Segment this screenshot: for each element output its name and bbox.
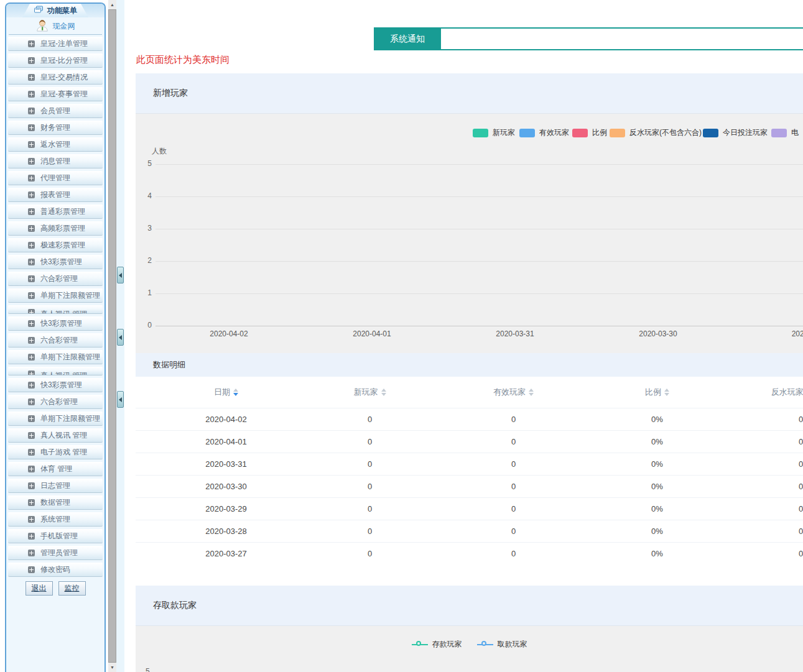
scroll-up-icon[interactable]: ▲ [108,0,116,9]
column-header[interactable]: 有效玩家 [442,387,585,398]
sidebar-item[interactable]: 真人视讯 管理 [8,367,103,375]
x-tick-label: 2020-03-31 [496,329,534,338]
sidebar-item-label: 数据管理 [40,497,70,508]
table-cell: 0% [585,549,729,558]
legend-item[interactable]: 新玩家 [473,127,515,138]
legend-item[interactable]: 今日投注玩家 [703,127,768,138]
deposit-panel-title: 存取款玩家 [136,586,803,626]
table-row: 2020-03-31000%0 [136,453,803,475]
sidebar-item[interactable]: 真人视讯 管理 [8,305,103,314]
table-cell: 0 [442,527,585,536]
sidebar-item[interactable]: 快3彩票管理 [8,255,103,269]
sidebar-item[interactable]: 数据管理 [8,495,103,510]
table-cell: 0% [585,459,729,469]
sidebar-item[interactable]: 快3彩票管理 [8,316,103,331]
expand-plus-icon [28,108,35,114]
sidebar-item-label: 代理管理 [40,173,70,183]
sidebar-item[interactable]: 代理管理 [8,171,103,185]
legend-swatch [473,129,488,137]
y-tick-label: 0 [136,321,152,329]
x-tick-label: 2020-04-02 [210,329,248,338]
sidebar-item[interactable]: 普通彩票管理 [8,205,103,219]
sidebar-item[interactable]: 皇冠-注单管理 [8,37,103,51]
column-header[interactable]: 反水玩家(不包 [729,387,803,398]
sidebar-item[interactable]: 高频彩票管理 [8,221,103,236]
scroll-down-icon[interactable]: ▼ [108,663,116,672]
sidebar-item-label: 修改密码 [40,564,70,575]
sidebar-item[interactable]: 单期下注限额管理 [8,350,103,364]
column-header-label: 比例 [645,387,661,398]
sidebar-item[interactable]: 会员管理 [8,104,103,118]
collapse-sidebar-button[interactable] [117,391,124,408]
sort-icon[interactable] [381,389,386,396]
column-header[interactable]: 日期 [154,387,298,398]
sidebar-item-label: 返水管理 [40,139,70,150]
sidebar-item[interactable]: 报表管理 [8,188,103,202]
sidebar-user-label: 现金网 [53,21,75,32]
sidebar-item[interactable]: 皇冠-比分管理 [8,53,103,68]
sidebar-item[interactable]: 管理员管理 [8,546,103,560]
table-cell: 0 [298,504,442,513]
expand-plus-icon [28,259,35,265]
sidebar-item[interactable]: 财务管理 [8,121,103,135]
sidebar-item-label: 普通彩票管理 [40,206,85,217]
new-players-chart: 新玩家有效玩家比例反水玩家(不包含六合)今日投注玩家电 人数 543210 20… [136,114,803,353]
sidebar-item[interactable]: 六合彩管理 [8,395,103,409]
table-cell: 2020-03-29 [154,504,298,513]
sidebar-item[interactable]: 修改密码 [8,563,103,577]
scrollbar-thumb[interactable] [108,9,116,663]
sidebar-item[interactable]: 快3彩票管理 [8,378,103,392]
sidebar-item[interactable]: 真人视讯 管理 [8,428,103,443]
sidebar-item[interactable]: 皇冠-交易情况 [8,70,103,85]
sidebar-user[interactable]: 现金网 [9,19,102,35]
sidebar-item[interactable]: 极速彩票管理 [8,238,103,252]
sidebar-item[interactable]: 六合彩管理 [8,272,103,286]
legend-label: 比例 [592,127,607,138]
sidebar-item[interactable]: 手机版管理 [8,529,103,543]
expand-plus-icon [28,516,35,523]
collapse-sidebar-button[interactable] [117,329,124,346]
gridline [155,261,803,262]
sidebar-item-label: 系统管理 [40,514,70,525]
sidebar-item[interactable]: 消息管理 [8,154,103,168]
table-cell: 0 [442,504,585,513]
legend-label: 电 [791,127,799,138]
sort-icon[interactable] [233,389,238,396]
sidebar-item[interactable]: 单期下注限额管理 [8,288,103,303]
logout-button[interactable]: 退出 [26,581,53,596]
sort-icon[interactable] [529,389,534,396]
collapse-sidebar-button[interactable] [117,267,124,283]
sidebar-item[interactable]: 皇冠-赛事管理 [8,87,103,101]
monitor-button[interactable]: 监控 [58,581,86,596]
legend-swatch [610,129,625,137]
sidebar-item[interactable]: 系统管理 [8,512,103,527]
sidebar-item[interactable]: 体育 管理 [8,462,103,476]
table-cell: 2020-03-27 [154,549,298,558]
legend-item[interactable]: 比例 [572,127,607,138]
expand-plus-icon [28,354,35,361]
detail-table-title: 数据明细 [136,353,803,377]
sidebar-item[interactable]: 六合彩管理 [8,333,103,348]
column-header[interactable]: 新玩家 [298,387,442,398]
legend-item[interactable]: 有效玩家 [519,127,569,138]
tab-system-notice[interactable]: 系统通知 [374,27,441,50]
sidebar-scrollbar[interactable]: ▲ ▼ [108,0,116,672]
table-cell: 2020-03-31 [154,459,298,469]
table-row: 2020-03-29000%0 [136,497,803,520]
sidebar-item-label: 快3彩票管理 [40,257,82,267]
expand-plus-icon [28,499,35,506]
sidebar-item[interactable]: 返水管理 [8,137,103,152]
column-header[interactable]: 比例 [585,387,729,398]
legend-item[interactable]: 存款玩家 [412,639,462,650]
sidebar-item[interactable]: 单期下注限额管理 [8,412,103,426]
table-cell: 0 [298,415,442,424]
sidebar-item[interactable]: 日志管理 [8,479,103,493]
legend-item[interactable]: 取款玩家 [477,639,527,650]
sort-icon[interactable] [664,389,669,396]
sidebar-header-tab[interactable]: 功能菜单 [22,4,88,17]
expand-plus-icon [28,566,35,573]
table-cell: 0% [585,437,729,446]
legend-item[interactable]: 反水玩家(不包含六合) [610,127,702,138]
legend-item[interactable]: 电 [771,127,799,138]
sidebar-item[interactable]: 电子游戏 管理 [8,445,103,459]
